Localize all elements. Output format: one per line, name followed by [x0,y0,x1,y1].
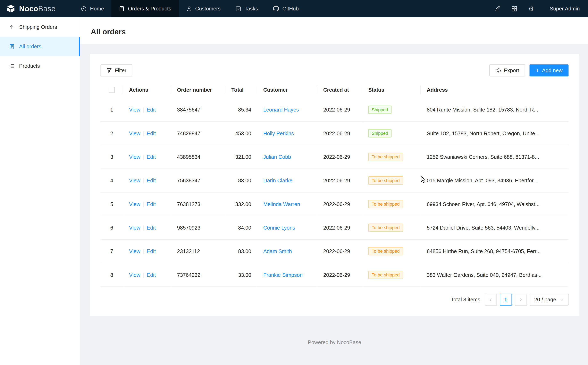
view-link[interactable]: View [129,272,140,278]
view-link[interactable]: View [129,130,140,136]
row-actions: ViewEdit [123,239,171,263]
edit-link[interactable]: Edit [147,248,156,254]
nav-item-github[interactable]: GitHub [266,0,306,17]
customer-link[interactable]: Leonard Hayes [263,107,299,113]
created-at-cell: 2022-06-29 [317,169,362,192]
edit-link[interactable]: Edit [147,225,156,231]
nav-item-home[interactable]: Home [73,0,112,17]
toolbar-right: Export + Add new [489,64,568,77]
column-header-order-number: Order number [171,82,225,98]
created-at-cell: 2022-06-29 [317,121,362,145]
next-page-button[interactable] [515,294,527,306]
row-index: 4 [101,169,123,192]
view-link[interactable]: View [129,225,140,231]
sidebar: Shipping Orders All orders Products [0,17,80,365]
column-header-created-at: Created at [317,82,362,98]
customer-link[interactable]: Frankie Simpson [263,272,303,278]
customer-link[interactable]: Melinda Warren [263,201,300,207]
column-header-address: Address [421,82,568,98]
app-window: NocoBase Home Orders & Products [0,0,588,365]
order-number-cell: 73764232 [171,263,225,287]
main-nav: Home Orders & Products C [73,0,306,17]
action-divider [143,202,144,207]
edit-link[interactable]: Edit [147,130,156,136]
table-row: 6 ViewEdit 98570923 84.00 Connie Lyons 2… [101,216,568,239]
view-link[interactable]: View [129,107,140,113]
edit-link[interactable]: Edit [147,178,156,183]
row-actions: ViewEdit [123,192,171,216]
customer-link[interactable]: Connie Lyons [263,225,295,231]
settings-icon[interactable]: ⚙ [528,6,534,12]
status-cell: Shipped [362,121,421,145]
customer-link[interactable]: Darin Clarke [263,178,292,183]
plugins-icon[interactable] [511,6,517,11]
chevron-down-icon [560,298,564,302]
row-index: 7 [101,239,123,263]
order-number-cell: 23132112 [171,239,225,263]
sidebar-item-shipping-orders[interactable]: Shipping Orders [0,17,80,37]
nav-item-label: Home [90,6,104,11]
table-header-row: Actions Order number Total Customer Crea… [101,82,568,98]
column-header-customer: Customer [257,82,317,98]
created-at-cell: 2022-06-29 [317,98,362,121]
table-row: 5 ViewEdit 76381273 332.00 Melinda Warre… [101,192,568,216]
brand[interactable]: NocoBase [0,0,73,17]
nav-item-tasks[interactable]: Tasks [228,0,266,17]
customer-link[interactable]: Adam Smith [263,248,292,254]
nav-item-label: Customers [195,6,221,11]
total-cell: 33.00 [225,263,257,287]
customer-cell: Darin Clarke [257,169,317,192]
created-at-cell: 2022-06-29 [317,145,362,169]
order-number-cell: 38475647 [171,98,225,121]
total-cell: 332.00 [225,192,257,216]
nav-item-customers[interactable]: Customers [179,0,228,17]
select-all-checkbox[interactable] [109,87,115,93]
view-link[interactable]: View [129,178,140,183]
list-icon [9,63,15,69]
view-link[interactable]: View [129,201,140,207]
status-badge: Shipped [368,106,392,114]
tasks-icon [236,6,241,11]
user-menu[interactable]: Super Admin [550,6,580,11]
customer-cell: Melinda Warren [257,192,317,216]
design-mode-icon[interactable] [494,6,500,11]
nav-item-orders-products[interactable]: Orders & Products [111,0,179,17]
edit-link[interactable]: Edit [147,272,156,278]
edit-link[interactable]: Edit [147,201,156,207]
github-icon [273,6,279,11]
address-cell: 84856 Hirthe Run, Suite 268, 94754-6705,… [421,239,568,263]
view-link[interactable]: View [129,248,140,254]
page-number-button[interactable]: 1 [500,294,512,306]
column-header-select [101,82,123,98]
customer-link[interactable]: Julian Cobb [263,154,291,160]
total-cell: 83.00 [225,169,257,192]
created-at-cell: 2022-06-29 [317,263,362,287]
row-actions: ViewEdit [123,98,171,121]
status-badge: Shipped [368,129,392,138]
arrow-up-icon [9,24,15,30]
main-area: All orders Filter [80,17,588,365]
table-row: 1 ViewEdit 38475647 85.34 Leonard Hayes … [101,98,568,121]
table-row: 3 ViewEdit 43895834 321.00 Julian Cobb 2… [101,145,568,169]
orders-table: Actions Order number Total Customer Crea… [101,82,568,287]
address-cell: 1252 Swaniawski Corners, Suite 688, 8137… [421,145,568,169]
total-cell: 85.34 [225,98,257,121]
sidebar-item-products[interactable]: Products [0,56,80,76]
filter-button[interactable]: Filter [101,64,132,77]
page-size-select[interactable]: 20 / page [530,294,568,306]
edit-link[interactable]: Edit [147,154,156,160]
created-at-cell: 2022-06-29 [317,192,362,216]
prev-page-button[interactable] [485,294,497,306]
top-navbar: NocoBase Home Orders & Products [0,0,588,17]
sidebar-item-all-orders[interactable]: All orders [0,37,80,56]
powered-by-footer: Powered by NocoBase [90,339,579,352]
nav-item-label: Orders & Products [128,6,171,11]
status-badge: To be shipped [368,271,403,279]
view-link[interactable]: View [129,154,140,160]
customer-link[interactable]: Holly Perkins [263,131,294,136]
edit-link[interactable]: Edit [147,107,156,113]
status-cell: To be shipped [362,169,421,192]
add-new-button[interactable]: + Add new [530,64,568,77]
plus-icon: + [536,67,539,73]
export-button[interactable]: Export [489,64,525,77]
